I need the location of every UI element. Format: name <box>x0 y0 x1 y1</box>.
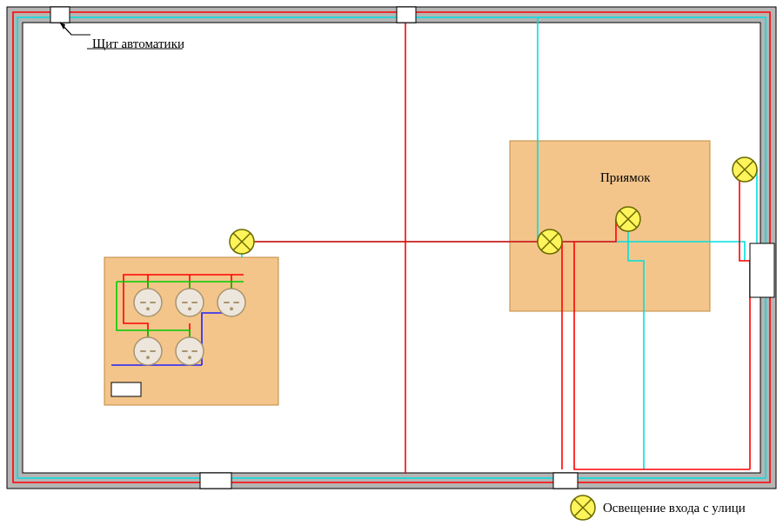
jb-bottom-mid <box>553 473 578 489</box>
jb-bottom-left <box>200 473 231 489</box>
socket-4 <box>134 337 162 365</box>
lamp-2 <box>538 229 562 254</box>
diagram-svg <box>0 0 783 532</box>
equipment-panel-right <box>510 141 710 311</box>
svg-point-19 <box>176 289 204 316</box>
svg-point-22 <box>188 307 191 310</box>
svg-point-34 <box>188 356 191 359</box>
socket-2 <box>176 289 204 316</box>
socket-1 <box>134 289 162 316</box>
jb-right <box>750 243 774 297</box>
socket-5 <box>176 337 204 365</box>
wiring-diagram: Щит автоматики Приямок Освещение входа с… <box>0 0 783 532</box>
socket-3 <box>218 289 245 316</box>
lamp-4 <box>733 157 757 182</box>
svg-point-23 <box>218 289 245 316</box>
pit-label: Приямок <box>600 170 651 185</box>
svg-point-26 <box>230 307 233 310</box>
lamp-1 <box>230 229 254 254</box>
svg-point-18 <box>146 307 150 310</box>
svg-point-15 <box>134 289 162 316</box>
automation-panel-label: Щит автоматики <box>92 37 184 51</box>
entry-lighting-label: Освещение входа с улици <box>603 501 746 515</box>
svg-point-27 <box>134 337 162 365</box>
jb-top-left <box>50 7 70 23</box>
lamp-3 <box>616 207 640 231</box>
jb-top-mid <box>397 7 416 23</box>
svg-point-30 <box>146 356 150 359</box>
svg-point-31 <box>176 337 204 365</box>
lamp-5 <box>571 495 595 520</box>
jb-inside <box>111 382 141 396</box>
